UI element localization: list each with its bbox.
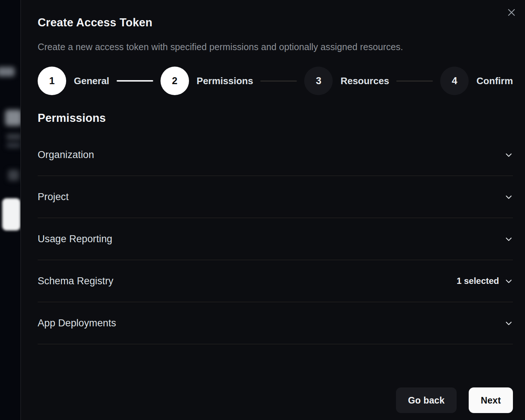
step-number-circle: 2 bbox=[160, 67, 189, 95]
modal-title: Create Access Token bbox=[38, 16, 513, 29]
step-label: Resources bbox=[340, 75, 389, 87]
permission-section-label: Schema Registry bbox=[38, 275, 113, 287]
blurred-background-item bbox=[7, 134, 20, 140]
background-page bbox=[0, 0, 20, 420]
permission-section-label: App Deployments bbox=[38, 318, 116, 329]
x-icon bbox=[507, 8, 516, 18]
step-number: 4 bbox=[452, 75, 457, 87]
step-connector bbox=[260, 80, 297, 82]
step-resources[interactable]: 3 Resources bbox=[304, 67, 389, 95]
permission-section-label: Usage Reporting bbox=[38, 233, 112, 245]
permission-section-project[interactable]: Project bbox=[38, 176, 513, 218]
step-number: 1 bbox=[49, 75, 54, 87]
go-back-button[interactable]: Go back bbox=[396, 387, 457, 413]
chevron-down-icon bbox=[505, 277, 513, 285]
chevron-down-icon bbox=[505, 319, 513, 327]
chevron-down-icon bbox=[505, 151, 513, 159]
permission-section-organization[interactable]: Organization bbox=[38, 134, 513, 176]
blurred-background-item bbox=[7, 143, 20, 148]
step-connector bbox=[396, 80, 433, 82]
next-button[interactable]: Next bbox=[469, 387, 513, 413]
step-number-circle: 3 bbox=[304, 67, 333, 95]
stepper: 1 General 2 Permissions 3 Resources bbox=[38, 66, 513, 95]
selection-count: 1 selected bbox=[457, 276, 499, 286]
blurred-background-card bbox=[2, 198, 20, 230]
permissions-list: Organization Project Usage bbox=[38, 134, 513, 344]
step-label: General bbox=[74, 75, 109, 87]
modal-footer: Go back Next bbox=[38, 387, 513, 413]
step-permissions[interactable]: 2 Permissions bbox=[160, 67, 253, 95]
close-button[interactable] bbox=[505, 7, 518, 19]
permission-section-usage-reporting[interactable]: Usage Reporting bbox=[38, 218, 513, 260]
permission-section-label: Organization bbox=[38, 149, 94, 161]
step-number-circle: 1 bbox=[38, 67, 66, 95]
blurred-background-item bbox=[0, 67, 15, 76]
step-label: Confirm bbox=[476, 75, 513, 87]
step-connector-done bbox=[117, 80, 153, 82]
permission-section-app-deployments[interactable]: App Deployments bbox=[38, 302, 513, 344]
step-confirm[interactable]: 4 Confirm bbox=[440, 67, 513, 95]
step-label: Permissions bbox=[197, 75, 253, 87]
step-number: 3 bbox=[316, 75, 321, 87]
step-number-circle: 4 bbox=[440, 67, 469, 95]
step-general[interactable]: 1 General bbox=[38, 67, 109, 95]
blurred-background-item bbox=[5, 110, 20, 126]
create-access-token-modal: Create Access Token Create a new access … bbox=[20, 0, 525, 420]
modal-subtitle: Create a new access token with specified… bbox=[38, 42, 513, 52]
chevron-down-icon bbox=[505, 193, 513, 201]
chevron-down-icon bbox=[505, 235, 513, 243]
blurred-background-item bbox=[8, 170, 19, 181]
permissions-heading: Permissions bbox=[38, 112, 513, 125]
permission-section-label: Project bbox=[38, 191, 69, 203]
permission-section-schema-registry[interactable]: Schema Registry 1 selected bbox=[38, 260, 513, 302]
step-number: 2 bbox=[172, 75, 177, 87]
